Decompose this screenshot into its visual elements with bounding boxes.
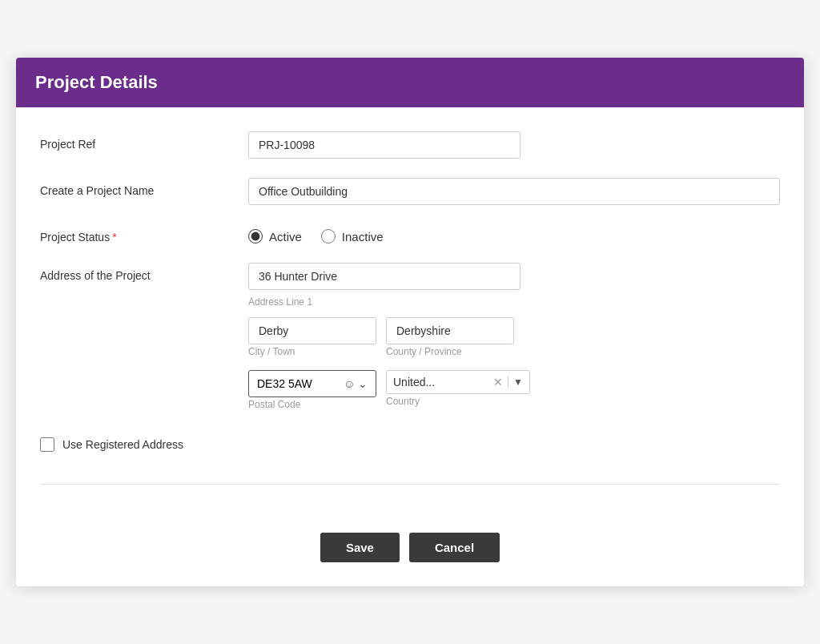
postal-hint: Postal Code <box>248 399 376 410</box>
postal-icon[interactable]: ☺ ⌄ <box>337 377 374 390</box>
county-input[interactable] <box>386 317 514 344</box>
project-status-wrapper: Active Inactive <box>248 224 780 244</box>
city-hint: City / Town <box>248 346 376 357</box>
country-text: United... <box>393 376 493 388</box>
city-input[interactable] <box>248 317 376 344</box>
address-row: Address of the Project Address Line 1 Ci… <box>40 263 780 418</box>
radio-group: Active Inactive <box>248 224 780 244</box>
postal-input-group[interactable]: ☺ ⌄ <box>248 370 376 397</box>
country-hint: Country <box>386 396 530 407</box>
radio-active-label: Active <box>269 230 302 244</box>
county-hint: County / Province <box>386 346 514 357</box>
divider <box>40 484 780 485</box>
country-select-group[interactable]: United... ✕ ▼ <box>386 370 530 394</box>
country-clear-icon[interactable]: ✕ <box>493 376 503 388</box>
radio-active-option[interactable]: Active <box>248 229 302 244</box>
county-wrapper: County / Province <box>386 317 514 362</box>
project-ref-row: Project Ref <box>40 131 780 159</box>
project-ref-input[interactable] <box>248 131 521 159</box>
address-wrapper: Address Line 1 City / Town County / Prov… <box>248 263 780 418</box>
modal-header: Project Details <box>16 58 804 107</box>
project-status-row: Project Status* Active Inactive <box>40 224 780 244</box>
use-registered-row: Use Registered Address <box>40 437 780 468</box>
cancel-button[interactable]: Cancel <box>409 533 500 562</box>
project-name-label: Create a Project Name <box>40 178 248 197</box>
address-section: Address Line 1 City / Town County / Prov… <box>248 263 780 418</box>
radio-inactive-option[interactable]: Inactive <box>321 229 384 244</box>
radio-inactive-label: Inactive <box>342 230 384 244</box>
postal-wrapper: ☺ ⌄ Postal Code <box>248 370 376 415</box>
project-name-input[interactable] <box>248 178 780 205</box>
use-registered-checkbox[interactable] <box>40 437 54 452</box>
save-button[interactable]: Save <box>320 533 400 562</box>
modal-container: Project Details Project Ref Create a Pro… <box>16 58 804 586</box>
city-wrapper: City / Town <box>248 317 376 362</box>
address-line1-hint: Address Line 1 <box>248 296 780 308</box>
project-name-wrapper <box>248 178 780 205</box>
country-wrapper: United... ✕ ▼ Country <box>386 370 530 415</box>
project-ref-wrapper <box>248 131 780 159</box>
page-title: Project Details <box>35 72 785 93</box>
required-indicator: * <box>112 231 116 244</box>
use-registered-label: Use Registered Address <box>62 438 183 451</box>
address-label: Address of the Project <box>40 263 248 282</box>
modal-footer: Save Cancel <box>16 517 804 586</box>
postal-country-row: ☺ ⌄ Postal Code United... ✕ ▼ Country <box>248 370 780 415</box>
city-county-row: City / Town County / Province <box>248 317 780 362</box>
modal-body: Project Ref Create a Project Name Projec… <box>16 107 804 517</box>
project-name-row: Create a Project Name <box>40 178 780 205</box>
project-status-label: Project Status* <box>40 224 248 244</box>
country-arrow-icon[interactable]: ▼ <box>508 376 523 388</box>
postal-input[interactable] <box>249 371 337 396</box>
radio-active[interactable] <box>248 229 263 244</box>
radio-inactive[interactable] <box>321 229 336 244</box>
address-line1-input[interactable] <box>248 263 521 290</box>
project-ref-label: Project Ref <box>40 131 248 151</box>
